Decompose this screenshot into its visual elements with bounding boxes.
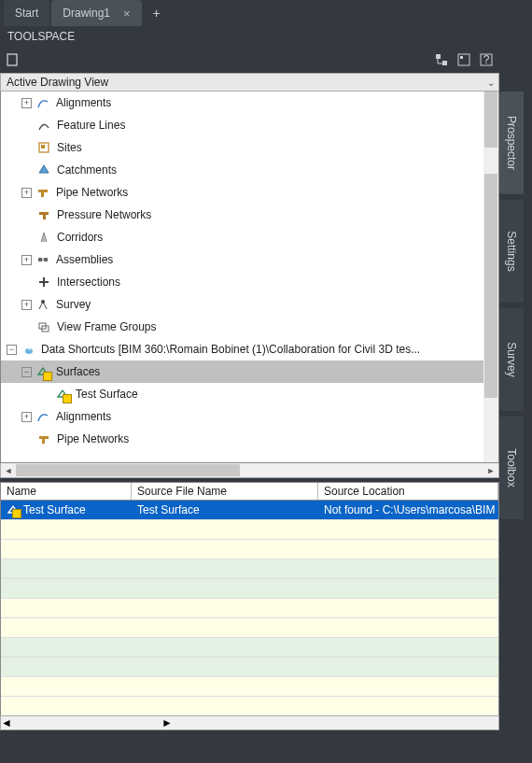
panel-title: TOOLSPACE	[0, 26, 499, 47]
grid-header: Name Source File Name Source Location	[0, 482, 499, 501]
tree-item-ds-alignments[interactable]: + Alignments	[1, 405, 483, 428]
sidetab-label: Toolbox	[505, 448, 518, 487]
svg-rect-1	[436, 54, 441, 59]
table-row	[1, 657, 498, 677]
surface-icon	[7, 503, 20, 516]
scroll-right-icon[interactable]: ►	[161, 716, 173, 729]
help-icon[interactable]: ?	[479, 52, 494, 67]
svg-rect-8	[41, 145, 45, 148]
tree-label: Surfaces	[56, 365, 100, 378]
tab-drawing[interactable]: Drawing1 ×	[51, 0, 141, 26]
tree-item-catchments[interactable]: Catchments	[1, 159, 483, 181]
tree-item-pipe-networks[interactable]: + Pipe Networks	[1, 181, 483, 204]
tree-item-surfaces[interactable]: − Surfaces	[1, 360, 483, 383]
column-header-source-location[interactable]: Source Location	[318, 483, 498, 500]
column-header-source-file[interactable]: Source File Name	[132, 483, 318, 500]
svg-rect-13	[38, 258, 42, 261]
expander-icon[interactable]: +	[21, 412, 32, 422]
sidetab-label: Prospector	[505, 116, 518, 170]
tree-item-data-shortcuts[interactable]: − Data Shortcuts [BIM 360:\Romain Bobine…	[1, 338, 483, 360]
tree-item-alignments[interactable]: + Alignments	[1, 92, 483, 114]
expander-icon[interactable]: −	[21, 367, 32, 377]
expander-icon[interactable]: +	[21, 300, 32, 310]
chevron-down-icon: ⌄	[487, 78, 495, 88]
tree-label: Pipe Networks	[56, 186, 128, 199]
expander-icon[interactable]: +	[21, 188, 32, 198]
cell-text: Not found - C:\Users\marcosa\BIM	[324, 503, 495, 516]
tree-item-ds-pipe-networks[interactable]: Pipe Networks	[1, 428, 483, 450]
tree-horizontal-scrollbar[interactable]: ◄ ►	[0, 463, 499, 478]
vertical-scrollbar[interactable]	[483, 92, 498, 462]
close-icon[interactable]: ×	[123, 7, 131, 21]
sidetab-label: Settings	[505, 231, 518, 271]
expander-icon[interactable]: +	[21, 255, 32, 265]
tree-item-intersections[interactable]: Intersections	[1, 271, 483, 293]
tab-drawing-label: Drawing1	[63, 7, 110, 20]
view-selector-label: Active Drawing View	[7, 76, 108, 89]
pipe-networks-icon	[36, 431, 51, 446]
alignments-icon	[35, 409, 50, 424]
corridors-icon	[36, 230, 51, 245]
panel-toolbar: ?	[0, 47, 499, 73]
svg-rect-11	[39, 212, 49, 215]
sidetab-settings[interactable]: Settings	[499, 200, 524, 303]
scroll-left-icon[interactable]: ◄	[1, 466, 16, 475]
tree-item-assemblies[interactable]: + Assemblies	[1, 248, 483, 271]
assemblies-icon	[35, 252, 50, 267]
grid-body: Test Surface Test Surface Not found - C:…	[0, 501, 499, 715]
tree-item-feature-lines[interactable]: Feature Lines	[1, 114, 483, 136]
scrollbar-thumb[interactable]	[484, 174, 497, 398]
tree-item-test-surface[interactable]: Test Surface	[1, 383, 483, 405]
tree-item-corridors[interactable]: Corridors	[1, 226, 483, 248]
svg-rect-3	[458, 54, 469, 65]
tree-item-survey[interactable]: + Survey	[1, 293, 483, 316]
cell-name: Test Surface	[1, 501, 132, 519]
tree-label: Feature Lines	[57, 119, 125, 132]
table-row	[1, 638, 498, 657]
table-row	[1, 599, 498, 618]
scrollbar-thumb[interactable]	[484, 92, 497, 148]
new-tab-button[interactable]: +	[144, 0, 170, 26]
sidetab-label: Survey	[505, 342, 518, 376]
cell-source-file: Test Surface	[132, 501, 318, 519]
sites-icon	[36, 140, 51, 155]
svg-rect-14	[44, 258, 48, 261]
column-header-name[interactable]: Name	[1, 483, 132, 500]
expander-icon[interactable]: −	[7, 345, 17, 355]
svg-rect-10	[41, 192, 44, 197]
svg-rect-4	[460, 56, 463, 59]
view-frame-groups-icon	[36, 319, 51, 334]
tree-label: Data Shortcuts [BIM 360:\Romain Bobinet …	[41, 343, 420, 356]
data-shortcuts-icon	[21, 342, 35, 357]
refresh-icon[interactable]	[6, 52, 21, 67]
cell-text: Test Surface	[23, 503, 86, 516]
toolspace-panel: TOOLSPACE ? Active Drawing View ⌄ +	[0, 26, 499, 763]
tree-view-icon[interactable]	[434, 52, 449, 67]
expander-icon[interactable]: +	[21, 98, 32, 108]
tree-item-view-frame-groups[interactable]: View Frame Groups	[1, 316, 483, 338]
tree-item-pressure-networks[interactable]: Pressure Networks	[1, 204, 483, 226]
sidetab-survey[interactable]: Survey	[499, 308, 524, 411]
table-row[interactable]: Test Surface Test Surface Not found - C:…	[1, 501, 498, 520]
item-preview-icon[interactable]	[456, 52, 471, 67]
view-selector[interactable]: Active Drawing View ⌄	[0, 73, 499, 92]
table-row	[1, 697, 498, 715]
scroll-left-icon[interactable]: ◄	[1, 716, 12, 729]
grid-horizontal-scrollbar[interactable]: ◄ ►	[0, 715, 499, 730]
tab-start[interactable]: Start	[4, 0, 49, 26]
svg-rect-9	[38, 190, 48, 192]
svg-rect-0	[7, 54, 17, 65]
scroll-right-icon[interactable]: ►	[483, 466, 498, 475]
table-row	[1, 559, 498, 579]
table-row	[1, 677, 498, 697]
scrollbar-thumb[interactable]	[16, 464, 240, 476]
tree-label: Sites	[57, 141, 82, 154]
sidetab-prospector[interactable]: Prospector	[499, 92, 524, 194]
cell-text: Test Surface	[137, 503, 200, 516]
sidetab-toolbox[interactable]: Toolbox	[499, 417, 524, 519]
tree-label: Alignments	[56, 410, 111, 423]
tree-label: Assemblies	[56, 253, 113, 266]
table-row	[1, 579, 498, 599]
tree-view: + Alignments Feature Lines Sites Catchme…	[0, 92, 499, 463]
tree-item-sites[interactable]: Sites	[1, 136, 483, 159]
